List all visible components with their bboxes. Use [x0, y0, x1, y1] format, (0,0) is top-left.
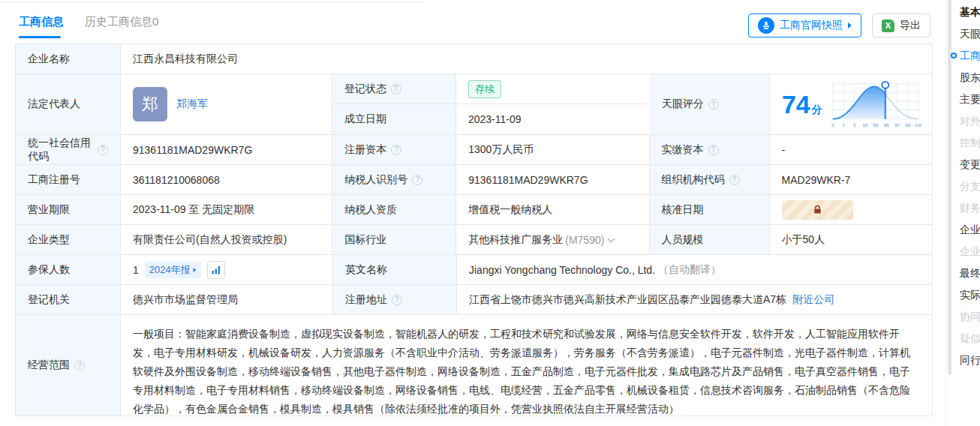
taxpayer-quali-label: 纳税人资质: [332, 195, 456, 224]
table-row: 法定代表人 郑 郑海军 登记状态? 存续 成立日期 2023-11-09: [16, 74, 932, 135]
establish-date-label: 成立日期: [332, 104, 456, 134]
address-value: 江西省上饶市德兴市德兴高新技术产业园区品泰产业园德泰大道A7栋 附近公司: [457, 285, 932, 314]
anchor-sidebar: 基本 天眼 工商 股东 主要 对外 控制 变更 分支 财务 企业 企业 最终 实…: [945, 0, 980, 426]
table-row: 企业名称 江西永昌科技有限公司: [16, 44, 932, 74]
help-icon[interactable]: ?: [391, 145, 401, 155]
trend-chart-icon: [211, 265, 221, 275]
reg-authority-value: 德兴市市场监督管理局: [121, 285, 333, 314]
en-name-value: Jiangxi Yongchang Technology Co., Ltd.（自…: [457, 255, 932, 284]
insured-label: 参保人数: [16, 255, 121, 284]
help-icon[interactable]: ?: [708, 99, 719, 110]
sidebar-item-key-people[interactable]: 主要: [946, 88, 980, 110]
svg-text:100: 100: [915, 123, 921, 128]
active-dot-icon: [951, 52, 957, 58]
tab-bar: 工商信息 历史工商信息0: [19, 15, 158, 38]
locked-value[interactable]: [782, 200, 853, 220]
sidebar-item-change-records[interactable]: 变更: [946, 154, 980, 176]
reg-authority-label: 登记机关: [16, 285, 121, 314]
sidebar-item-tianyan[interactable]: 天眼: [946, 23, 980, 45]
reg-no-label: 工商注册号: [16, 165, 121, 194]
sidebar-item-suspected-relations[interactable]: 疑似: [946, 328, 980, 350]
industry-value[interactable]: 其他科技推广服务业(M7590): [456, 225, 649, 254]
paid-capital-label: 实缴资本?: [650, 135, 770, 164]
score-marker-pin: [882, 82, 888, 88]
legal-rep-label: 法定代表人: [16, 74, 121, 134]
sidebar-item-business-info[interactable]: 工商: [946, 45, 980, 67]
official-snapshot-label: 工商官网快照: [780, 19, 843, 32]
svg-text:3: 3: [853, 123, 856, 128]
company-name-label: 企业名称: [16, 44, 121, 74]
arrow-right-icon: [848, 22, 852, 28]
reg-capital-label: 注册资本?: [332, 135, 456, 164]
table-row: 企业类型 有限责任公司(自然人投资或控股) 国标行业 其他科技推广服务业(M75…: [16, 225, 932, 255]
company-type-label: 企业类型: [16, 225, 121, 254]
chevron-down-icon[interactable]: [607, 236, 615, 244]
sidebar-item-co-shareholders[interactable]: 协同: [946, 306, 980, 328]
org-code-value: MAD29WKR-7: [770, 165, 932, 194]
svg-text:15: 15: [862, 123, 867, 128]
tab-history-business-info[interactable]: 历史工商信息0: [85, 15, 158, 38]
arrow-right-icon: [193, 268, 196, 272]
taxpayer-quali-value: 增值税一般纳税人: [456, 195, 649, 224]
nearby-companies-link[interactable]: 附近公司: [792, 293, 834, 307]
tyc-score-value[interactable]: 74分: [770, 74, 932, 134]
help-icon[interactable]: ?: [729, 175, 740, 185]
export-button[interactable]: X 导出: [872, 14, 930, 38]
table-row: 统一社会信用代码? 91361181MAD29WKR7G 注册资本? 1300万…: [16, 135, 932, 165]
address-label: 注册地址?: [333, 285, 457, 314]
legal-rep-value: 郑 郑海军: [121, 74, 332, 134]
help-icon[interactable]: ?: [708, 145, 719, 155]
help-icon[interactable]: ?: [392, 295, 402, 305]
seal-stamp-icon: [758, 17, 774, 34]
company-type-value: 有限责任公司(自然人投资或控股): [121, 225, 332, 254]
official-snapshot-button[interactable]: 工商官网快照: [748, 14, 861, 38]
help-icon[interactable]: ?: [412, 175, 422, 185]
anchor-nav: 基本 天眼 工商 股东 主要 对外 控制 变更 分支 财务 企业 企业 最终 实…: [946, 2, 980, 371]
help-icon[interactable]: ?: [74, 360, 85, 370]
sidebar-item-actual-controller[interactable]: 实际: [946, 284, 980, 306]
sidebar-item-controlled-companies[interactable]: 控制: [946, 132, 980, 154]
chart-x-ticks: 0 1 3 15 50 85 97 99 100: [831, 123, 921, 128]
reg-capital-value: 1300万人民币: [456, 135, 649, 164]
approve-date-value[interactable]: [770, 195, 932, 224]
sidebar-item-shareholders[interactable]: 股东: [946, 67, 980, 88]
paid-capital-value: -: [770, 135, 932, 164]
score-distribution-chart: 0 1 3 15 50 85 97 99 100: [830, 79, 921, 130]
legal-rep-name-link[interactable]: 郑海军: [176, 98, 208, 111]
reg-status-value: 存续: [456, 74, 650, 104]
sidebar-item-peer-analysis[interactable]: 同行: [946, 350, 980, 371]
svg-text:99: 99: [905, 123, 910, 128]
lock-icon: [813, 205, 822, 214]
insured-trend-button[interactable]: [207, 261, 225, 279]
score-unit: 分: [812, 104, 822, 116]
svg-text:1: 1: [842, 123, 844, 128]
sidebar-item-beneficial-owner[interactable]: 最终: [946, 262, 980, 284]
table-row: 登记机关 德兴市市场监督管理局 注册地址? 江西省上饶市德兴市德兴高新技术产业园…: [16, 285, 932, 315]
tyc-score-label: 天眼评分?: [650, 74, 770, 134]
business-info-table: 企业名称 江西永昌科技有限公司 法定代表人 郑 郑海军 登记状态? 存续: [15, 44, 933, 416]
sidebar-item-company-relations[interactable]: 企业: [946, 241, 980, 262]
sidebar-item-finance[interactable]: 财务: [946, 197, 980, 219]
insured-value: 1 2024年报: [121, 255, 333, 284]
company-name-value: 江西永昌科技有限公司: [121, 44, 932, 74]
en-name-label: 英文名称: [333, 255, 457, 284]
sidebar-item-outbound-investment[interactable]: 对外: [946, 110, 980, 132]
staff-size-value: 小于50人: [770, 225, 932, 254]
sidebar-item-basic[interactable]: 基本: [946, 2, 980, 23]
avatar[interactable]: 郑: [133, 87, 167, 122]
biz-term-value: 2023-11-09 至 无固定期限: [121, 195, 332, 224]
svg-text:0: 0: [831, 123, 834, 128]
table-row: 经营范围? 一般项目：智能家庭消费设备制造，虚拟现实设备制造，智能机器人的研发，…: [16, 315, 932, 416]
svg-text:85: 85: [884, 123, 889, 128]
sidebar-item-company-report[interactable]: 企业: [946, 219, 980, 241]
svg-text:50: 50: [873, 123, 878, 128]
biz-term-label: 营业期限: [16, 195, 121, 224]
help-icon[interactable]: ?: [98, 145, 108, 155]
reg-status-label: 登记状态?: [332, 74, 456, 104]
annual-report-badge[interactable]: 2024年报: [145, 262, 201, 278]
industry-label: 国标行业: [332, 225, 456, 254]
tab-business-info[interactable]: 工商信息: [19, 15, 64, 38]
action-buttons: 工商官网快照 X 导出: [748, 14, 930, 38]
sidebar-item-branches[interactable]: 分支: [946, 176, 980, 197]
help-icon[interactable]: ?: [391, 84, 401, 94]
